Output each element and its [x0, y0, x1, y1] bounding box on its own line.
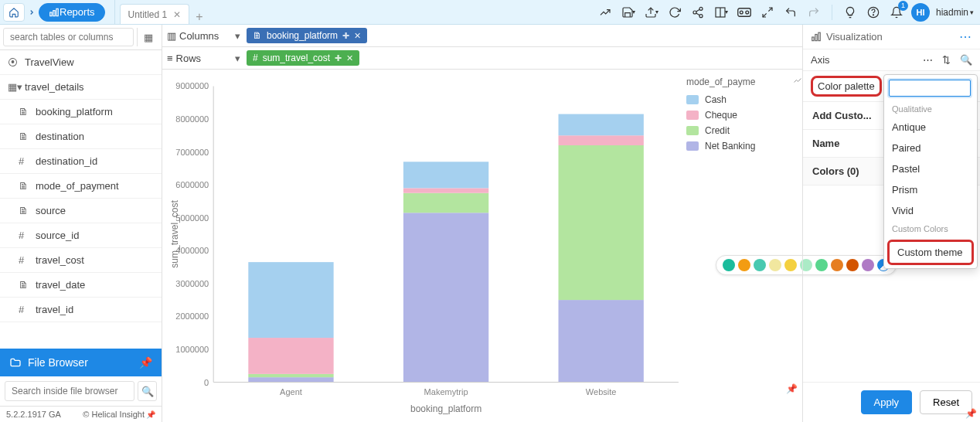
tab-untitled[interactable]: Untitled 1 ✕ — [120, 4, 190, 24]
pin-icon[interactable]: 📌 — [146, 410, 155, 419]
reports-crumb[interactable]: Reports — [39, 3, 105, 22]
axis-label: Axis — [811, 54, 830, 66]
dropdown-item[interactable]: Paired — [884, 138, 977, 158]
tree-item[interactable]: 🗎travel_date — [0, 273, 162, 298]
bar-segment[interactable] — [403, 213, 488, 382]
bar-segment[interactable] — [403, 188, 488, 192]
file-browser-button[interactable]: File Browser 📌 — [0, 349, 162, 376]
svg-line-7 — [696, 9, 700, 12]
tree-item[interactable]: 🗎booking_platform — [0, 100, 162, 124]
bell-icon[interactable] — [888, 4, 905, 21]
palette-dot[interactable] — [738, 259, 750, 271]
bar-segment[interactable] — [403, 162, 488, 188]
dropdown-item[interactable]: Antique — [884, 117, 977, 138]
more-icon[interactable]: ⋯ — [959, 29, 972, 44]
tree-item[interactable]: ⦿TravelView — [0, 50, 162, 75]
bulb-icon[interactable] — [842, 4, 859, 21]
edit-icon[interactable] — [793, 76, 802, 87]
tree-item[interactable]: #travel_id — [0, 298, 162, 322]
avatar[interactable]: HI — [911, 3, 930, 22]
search-icon[interactable]: 🔍 — [138, 381, 157, 401]
tree-item[interactable]: 🗎mode_of_payment — [0, 174, 162, 199]
svg-text:8000000: 8000000 — [175, 114, 209, 124]
svg-point-5 — [693, 11, 696, 14]
file-browser-search-input[interactable] — [5, 381, 134, 401]
svg-text:0: 0 — [204, 378, 209, 387]
bar-segment[interactable] — [403, 193, 488, 213]
fullscreen-icon[interactable] — [759, 4, 776, 21]
redo-icon[interactable] — [805, 4, 822, 21]
columns-shelf[interactable]: ▥ Columns ▾ 🗎 booking_platform ✚ ✕ — [162, 25, 802, 47]
bar-segment[interactable] — [248, 377, 333, 382]
tree-item[interactable]: ▦▾travel_details — [0, 75, 162, 100]
chart-icon — [49, 7, 60, 18]
tree-item[interactable]: 🗎destination — [0, 124, 162, 149]
tree-item-label: destination_id — [36, 155, 97, 167]
add-tab-button[interactable]: + — [196, 10, 202, 24]
save-icon[interactable]: ▾ — [620, 4, 637, 21]
tree-item-label: source_id — [36, 230, 79, 241]
close-icon[interactable]: ✕ — [346, 53, 353, 63]
swatch — [686, 141, 699, 151]
bar-segment[interactable] — [559, 135, 644, 145]
palette-dot[interactable] — [784, 259, 797, 271]
chart-type-icon[interactable] — [597, 4, 614, 21]
close-icon[interactable]: ✕ — [354, 31, 361, 41]
pin-icon[interactable]: 📌 — [138, 356, 152, 369]
search-icon[interactable]: 🔍 — [960, 54, 972, 66]
share-icon[interactable] — [689, 4, 706, 21]
field-icon: 🗎 — [19, 180, 31, 192]
bar-segment[interactable] — [559, 145, 644, 300]
dropdown-item-custom-theme[interactable]: Custom theme — [887, 240, 974, 265]
close-icon[interactable]: ✕ — [173, 9, 181, 20]
row-pill[interactable]: # sum_travel_cost ✚ ✕ — [247, 50, 359, 66]
palette-dot[interactable] — [754, 259, 766, 271]
legend-item[interactable]: Cash — [686, 92, 802, 107]
palette-search-input[interactable] — [889, 80, 971, 97]
help-icon[interactable] — [865, 4, 882, 21]
palette-dot[interactable] — [769, 259, 781, 271]
color-palette-label: Color palette — [811, 76, 882, 97]
column-pill[interactable]: 🗎 booking_platform ✚ ✕ — [247, 28, 367, 43]
search-input[interactable] — [3, 28, 134, 46]
dropdown-item[interactable]: Prism — [884, 179, 977, 200]
vr-icon[interactable] — [736, 4, 753, 21]
plus-icon[interactable]: ✚ — [342, 31, 349, 41]
legend-item[interactable]: Cheque — [686, 107, 802, 123]
rows-shelf[interactable]: ≡ Rows ▾ # sum_travel_cost ✚ ✕ — [162, 47, 802, 70]
refresh-icon[interactable] — [666, 4, 683, 21]
toolbar: ▾ ▾ ▾ HI hiadmin▾ — [597, 3, 980, 22]
chevron-down-icon[interactable]: ▾ — [235, 30, 240, 42]
chevron-down-icon[interactable]: ▾ — [235, 53, 240, 64]
bar-segment[interactable] — [248, 262, 333, 338]
apply-button[interactable]: Apply — [861, 390, 913, 414]
undo-icon[interactable] — [782, 4, 799, 21]
reset-button[interactable]: Reset — [920, 390, 972, 414]
layout-icon[interactable]: ▾ — [713, 4, 730, 21]
dropdown-item[interactable]: Vivid — [884, 200, 977, 221]
copyright-label: © Helical Insight — [83, 410, 145, 419]
sort-icon[interactable]: ⇅ — [942, 54, 951, 66]
tree-item[interactable]: #destination_id — [0, 149, 162, 174]
svg-point-12 — [740, 11, 743, 14]
svg-text:Website: Website — [586, 387, 617, 396]
bar-segment[interactable] — [248, 374, 333, 377]
more-icon[interactable]: ⋯ — [923, 54, 933, 66]
bar-segment[interactable] — [559, 114, 644, 136]
tree-item[interactable]: #source_id — [0, 223, 162, 248]
user-menu[interactable]: hiadmin▾ — [936, 7, 974, 18]
export-icon[interactable]: ▾ — [643, 4, 660, 21]
grid-icon[interactable]: ▦ — [137, 28, 158, 46]
palette-dot[interactable] — [723, 259, 735, 271]
legend-item[interactable]: Net Banking — [686, 138, 802, 154]
bar-segment[interactable] — [248, 338, 333, 374]
tree-item[interactable]: 🗎source — [0, 199, 162, 223]
home-crumb[interactable] — [3, 3, 25, 22]
dropdown-item[interactable]: Pastel — [884, 158, 977, 179]
pin-icon[interactable]: 📌 — [965, 408, 977, 419]
plus-icon[interactable]: ✚ — [335, 53, 342, 63]
pin-icon[interactable]: 📌 — [786, 383, 798, 394]
bar-segment[interactable] — [559, 300, 644, 382]
tree-item[interactable]: #travel_cost — [0, 248, 162, 273]
legend-item[interactable]: Credit — [686, 123, 802, 138]
